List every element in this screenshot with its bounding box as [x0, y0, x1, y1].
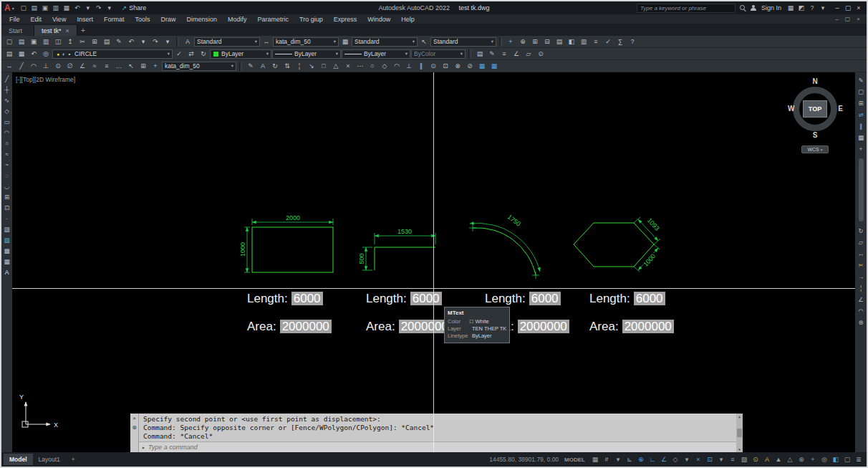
isodraft-caret-icon[interactable]: ▾ [681, 454, 693, 465]
point-icon[interactable]: · [2, 214, 12, 224]
command-input[interactable]: ▸ Type a command [139, 441, 736, 452]
publish-icon[interactable]: ↥ [64, 37, 76, 47]
doc-close-button[interactable]: × [854, 16, 862, 22]
undo-caret-icon[interactable]: ▾ [138, 37, 149, 47]
qnew-icon[interactable]: ▢ [4, 37, 15, 47]
snap-intersection-icon[interactable]: × [342, 61, 354, 72]
object-snap-caret-icon[interactable]: ▾ [715, 454, 727, 465]
area-tool-icon[interactable]: ▱ [523, 49, 534, 59]
layer-update-icon[interactable]: ↻ [198, 49, 209, 59]
menu-item[interactable]: Draw [155, 16, 180, 23]
diameter-dimension-icon[interactable]: ∅ [64, 61, 76, 72]
style-icon[interactable]: ↖ [418, 37, 430, 47]
snap-node-icon[interactable]: ⊙ [428, 61, 439, 72]
style-combo[interactable]: Standard ▾ [352, 37, 418, 47]
style-combo[interactable]: Standard ▾ [430, 37, 496, 47]
viewcube-north[interactable]: N [792, 77, 838, 85]
lineweight-display-icon[interactable]: ≡ [727, 454, 738, 465]
center-mark-icon[interactable]: + [150, 61, 161, 72]
paste-icon[interactable]: ▤ [101, 37, 112, 47]
help-icon[interactable]: ? [807, 4, 817, 11]
spline-icon[interactable]: ~ [2, 160, 12, 170]
lineweight-combo[interactable]: ByLayer ▾ [342, 49, 410, 59]
scale-icon[interactable]: ▱ [856, 237, 866, 247]
menu-item[interactable]: Insert [72, 16, 98, 23]
menu-item[interactable]: Edit [26, 16, 47, 23]
hatch-icon[interactable]: ▨ [2, 224, 12, 234]
properties-palette-icon[interactable]: ▤ [474, 49, 486, 59]
menu-item[interactable]: Window [362, 16, 395, 23]
match-icon[interactable]: ✎ [486, 49, 498, 59]
dimension-edit-icon[interactable]: ✎ [245, 61, 256, 72]
style-icon[interactable]: ↔ [261, 37, 272, 47]
id-point-icon[interactable]: ⊙ [535, 49, 546, 59]
annotation-scale-icon[interactable]: △ [784, 454, 796, 465]
list-icon[interactable]: ≡ [498, 49, 510, 59]
tab-start[interactable]: Start [1, 25, 34, 36]
search-icon[interactable] [740, 5, 746, 11]
close-button[interactable]: × [854, 4, 864, 11]
dimension-space-icon[interactable]: ⇅ [281, 61, 293, 72]
menu-item[interactable]: Format [99, 16, 130, 23]
fillet-icon[interactable]: ◠ [856, 306, 866, 316]
explode-icon[interactable]: ⊛ [856, 317, 866, 328]
snap-caret-icon[interactable]: ▾ [612, 454, 624, 465]
scroll-down-icon[interactable]: ▼ [738, 447, 741, 452]
autocad-logo[interactable]: A [4, 3, 11, 13]
plot-icon[interactable]: ▥ [40, 37, 52, 47]
arc-length-dimension-icon[interactable]: ◠ [28, 61, 39, 72]
rotate-icon[interactable]: ↻ [856, 226, 866, 236]
workspace-switching-icon[interactable]: ⊛ [796, 454, 807, 465]
undo-icon[interactable]: ↶ [72, 4, 82, 11]
scrollbar-thumb[interactable] [737, 429, 742, 437]
save-icon[interactable]: ▣ [28, 37, 39, 47]
menu-item[interactable]: Tro giup [294, 16, 328, 23]
redo-icon[interactable]: ↷ [150, 37, 161, 47]
mirror-icon[interactable]: ⇌ [856, 110, 866, 120]
tolerance-icon[interactable]: ⊞ [138, 61, 149, 72]
linear-dimension-icon[interactable]: ↔ [4, 61, 15, 72]
notification-icon[interactable]: ◩ [796, 4, 806, 11]
snap-perpendicular-icon[interactable]: ⊥ [403, 61, 415, 72]
snap-endpoint-icon[interactable]: □ [318, 61, 329, 72]
tool-palettes-icon[interactable]: ▥ [578, 37, 589, 47]
cut-icon[interactable]: ✂ [77, 37, 88, 47]
polyline-icon[interactable]: ∿ [2, 95, 12, 105]
circle-icon[interactable]: ○ [2, 138, 12, 148]
redo-icon[interactable]: ↷ [94, 4, 104, 11]
app-menu-caret-icon[interactable]: ▾ [12, 6, 14, 11]
toolbar-scroll-handle[interactable] [859, 158, 864, 221]
multiline-text-icon[interactable]: A [2, 267, 12, 277]
layer-match-icon[interactable]: ⇄ [185, 49, 197, 59]
annotation-monitor-icon[interactable]: + [807, 454, 819, 465]
doc-restore-button[interactable]: ▢ [844, 16, 852, 22]
line-icon[interactable]: ╱ [2, 74, 12, 84]
revision-cloud-icon[interactable]: ≈ [2, 149, 12, 159]
menu-item[interactable]: Modify [223, 16, 252, 23]
ellipse-arc-icon[interactable]: ◡ [2, 181, 12, 191]
snap-mode-icon[interactable]: # [601, 454, 612, 465]
style-icon[interactable]: ▦ [339, 37, 351, 47]
help-caret-icon[interactable]: ▾ [818, 4, 828, 11]
graphics-performance-icon[interactable]: ◧ [830, 454, 842, 465]
save-icon[interactable]: ▣ [40, 4, 50, 11]
viewcube-south[interactable]: S [792, 131, 838, 139]
tab-test-tk[interactable]: test tk* × [34, 25, 77, 36]
polygon-icon[interactable]: ◇ [2, 106, 12, 116]
dim-style-combo[interactable]: kata_dim_50 ▾ [162, 62, 236, 71]
style-combo[interactable]: Standard ▾ [194, 37, 260, 47]
color-combo[interactable]: ByLayer ▾ [210, 49, 271, 59]
new-tab-button[interactable]: + [77, 27, 89, 36]
break-icon[interactable]: ¦ [856, 283, 866, 293]
undo-caret-icon[interactable]: ▾ [83, 4, 93, 11]
dimension-update-icon[interactable]: ↻ [269, 61, 281, 72]
menu-item[interactable]: Dimension [181, 16, 222, 23]
snap-nearest-icon[interactable]: ⊗ [452, 61, 463, 72]
snap-none-icon[interactable]: ⊘ [464, 61, 476, 72]
region-icon[interactable]: ▩ [2, 246, 12, 256]
restore-button[interactable]: ▢ [843, 4, 853, 11]
baseline-dimension-icon[interactable]: ≡ [101, 61, 112, 72]
open-icon[interactable]: ▤ [29, 4, 39, 11]
layer-isolate-icon[interactable]: ◎ [40, 49, 52, 59]
viewcube-west[interactable]: W [788, 105, 794, 113]
